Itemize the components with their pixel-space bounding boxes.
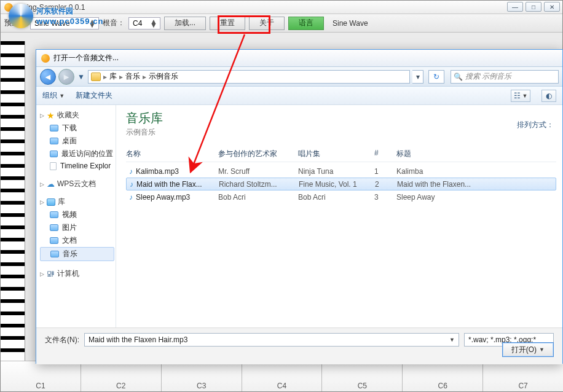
sidebar-item-video[interactable]: 视频 [40, 208, 114, 221]
spinner-icon[interactable]: ▲▼ [150, 20, 157, 27]
video-icon [50, 211, 58, 218]
document-icon [50, 237, 58, 244]
about-button[interactable]: 关于 [249, 17, 285, 30]
col-track-number[interactable]: # [374, 149, 396, 159]
piano-key[interactable]: C1 [1, 361, 81, 391]
desktop-icon [50, 138, 58, 144]
dialog-footer: 文件名(N): Maid with the Flaxen Hair.mp3 ▼ … [36, 327, 562, 364]
dialog-nav-row: ◄ ► ▼ ▸ 库 ▸ 音乐 ▸ 示例音乐 ▾ ↻ 🔍 搜索 示例音乐 [36, 67, 562, 87]
music-file-icon: ♪ [127, 180, 136, 189]
search-placeholder: 搜索 示例音乐 [465, 71, 511, 82]
folder-icon [50, 125, 58, 131]
dialog-content: 音乐库 示例音乐 排列方式： 名称 参与创作的艺术家 唱片集 # 标题 ♪ Ka… [116, 105, 562, 327]
root-combo[interactable]: C4 ▲▼ [128, 17, 160, 29]
col-artist[interactable]: 参与创作的艺术家 [218, 149, 298, 159]
sidebar-group-computer[interactable]: ▷🖳计算机 [40, 269, 114, 279]
organize-menu[interactable]: 组织 ▼ [42, 90, 65, 101]
file-row-selected[interactable]: ♪ Maid with the Flax... Richard Stoltzm.… [126, 178, 556, 190]
piano-key[interactable]: C4 [242, 361, 323, 391]
sidebar-group-wps[interactable]: ▷☁WPS云文档 [40, 179, 114, 189]
sidebar-item-recent[interactable]: 最近访问的位置 [40, 147, 114, 160]
help-button[interactable]: ◐ [541, 90, 556, 102]
file-row[interactable]: ♪ Kalimba.mp3 Mr. Scruff Ninja Tuna 1 Ka… [126, 165, 556, 178]
library-icon [47, 198, 55, 206]
forward-button[interactable]: ► [58, 69, 74, 85]
cloud-icon: ☁ [47, 179, 55, 189]
chevron-right-icon: ▸ [118, 73, 124, 81]
sidebar-item-pictures[interactable]: 图片 [40, 221, 114, 234]
dialog-title: 打开一个音频文件... [53, 53, 119, 63]
chevron-down-icon[interactable]: ▼ [449, 337, 455, 343]
sidebar-item-desktop[interactable]: 桌面 [40, 135, 114, 147]
sidebar-item-timeline[interactable]: Timeline Explor [40, 160, 114, 171]
breadcrumb-dropdown[interactable]: ▾ [412, 70, 423, 84]
file-list: ♪ Kalimba.mp3 Mr. Scruff Ninja Tuna 1 Ka… [126, 165, 556, 203]
open-file-dialog: 打开一个音频文件... ◄ ► ▼ ▸ 库 ▸ 音乐 ▸ 示例音乐 ▾ ↻ 🔍 … [36, 49, 563, 364]
music-icon [50, 251, 59, 257]
load-button[interactable]: 加载... [164, 17, 206, 30]
library-title: 音乐库 [126, 110, 556, 127]
sort-by-label[interactable]: 排列方式： [517, 120, 554, 130]
watermark: 河东软件园 www.pc0359.cn [9, 4, 103, 28]
sidebar-item-music[interactable]: 音乐 [40, 247, 114, 261]
open-button[interactable]: 打开(O)▼ [502, 342, 554, 357]
chevron-right-icon: ▸ [141, 73, 148, 81]
chevron-right-icon: ▸ [102, 73, 108, 81]
column-headers: 名称 参与创作的艺术家 唱片集 # 标题 [126, 149, 556, 162]
sidebar-group-favorites[interactable]: ▷★收藏夹 [40, 110, 114, 120]
piano-keyboard[interactable]: C1 C2 C3 C4 C5 C6 C7 [1, 361, 563, 391]
folder-icon [91, 73, 101, 81]
col-name[interactable]: 名称 [126, 149, 218, 159]
piano-key[interactable]: C7 [483, 361, 563, 391]
star-icon: ★ [47, 111, 55, 120]
piano-key[interactable]: C3 [162, 361, 242, 391]
reset-button[interactable]: 重置 [210, 17, 245, 30]
sidebar-group-libraries[interactable]: ▷库 [40, 197, 114, 207]
language-button[interactable]: 语言 [288, 17, 324, 30]
root-value: C4 [133, 19, 148, 28]
file-row[interactable]: ♪ Sleep Away.mp3 Bob Acri Bob Acri 3 Sle… [126, 190, 556, 203]
search-icon: 🔍 [454, 73, 463, 81]
sidebar-item-documents[interactable]: 文档 [40, 234, 114, 247]
library-subtitle: 示例音乐 [126, 127, 556, 138]
sidebar-item-downloads[interactable]: 下载 [40, 122, 114, 135]
maximize-button[interactable]: □ [526, 2, 541, 12]
view-mode-button[interactable]: ☷▼ [511, 90, 530, 102]
new-folder-button[interactable]: 新建文件夹 [76, 90, 112, 101]
col-album[interactable]: 唱片集 [298, 149, 374, 159]
music-file-icon: ♪ [126, 167, 136, 176]
piano-side-keys[interactable] [1, 41, 25, 361]
col-title[interactable]: 标题 [396, 149, 556, 159]
piano-key[interactable]: C6 [403, 361, 483, 391]
watermark-url: www.pc0359.cn [36, 17, 103, 26]
watermark-name: 河东软件园 [36, 7, 73, 15]
music-file-icon: ♪ [126, 193, 136, 202]
dialog-organize-row: 组织 ▼ 新建文件夹 ☷▼ ◐ [36, 87, 562, 105]
breadcrumb-item[interactable]: 库 [109, 71, 117, 82]
minimize-button[interactable]: — [507, 2, 523, 12]
breadcrumb-item[interactable]: 示例音乐 [149, 71, 178, 82]
close-button[interactable]: ✕ [544, 2, 560, 12]
breadcrumb[interactable]: ▸ 库 ▸ 音乐 ▸ 示例音乐 [88, 70, 410, 84]
picture-icon [50, 224, 58, 231]
watermark-logo-icon [9, 4, 33, 28]
dialog-titlebar[interactable]: 打开一个音频文件... [36, 50, 562, 67]
back-button[interactable]: ◄ [40, 69, 56, 85]
piano-key[interactable]: C5 [322, 361, 403, 391]
dialog-icon [41, 54, 50, 63]
history-dropdown-icon[interactable]: ▼ [77, 73, 85, 81]
root-label: 根音： [103, 18, 125, 28]
search-input[interactable]: 🔍 搜索 示例音乐 [451, 70, 559, 84]
dialog-sidebar: ▷★收藏夹 下载 桌面 最近访问的位置 Timeline Explor ▷☁WP… [36, 105, 116, 327]
filename-label: 文件名(N): [45, 335, 79, 345]
recent-icon [50, 151, 58, 157]
filename-input[interactable]: Maid with the Flaxen Hair.mp3 ▼ [84, 333, 459, 347]
refresh-button[interactable]: ↻ [428, 70, 444, 84]
computer-icon: 🖳 [47, 269, 55, 278]
status-text: Sine Wave [333, 19, 368, 28]
file-icon [50, 162, 57, 170]
breadcrumb-item[interactable]: 音乐 [125, 71, 140, 82]
piano-key[interactable]: C2 [81, 361, 162, 391]
